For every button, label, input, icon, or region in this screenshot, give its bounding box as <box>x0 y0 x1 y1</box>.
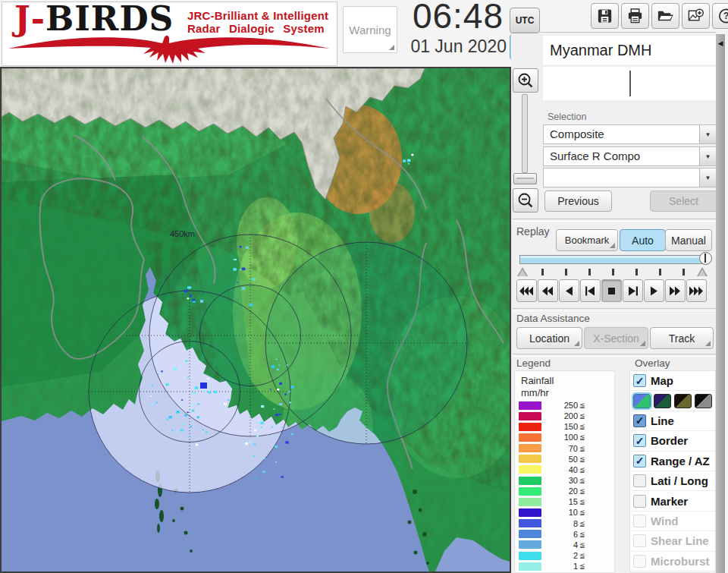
overlay-row-marker[interactable]: Marker <box>630 491 715 511</box>
legend-color-swatch <box>519 519 541 527</box>
skip-forward-icon <box>688 286 705 296</box>
legend-entry: 20≦ <box>516 486 612 496</box>
zoom-slider-handle[interactable] <box>513 173 537 184</box>
marker-label: Marker <box>651 495 688 508</box>
timezone-utc-button[interactable]: UTC <box>510 8 540 33</box>
wind-checkbox[interactable] <box>633 515 646 527</box>
bookmark-button[interactable]: Bookmark <box>556 229 618 251</box>
legend-lte-symbol: ≦ <box>579 520 585 527</box>
fast-rewind-button[interactable] <box>516 279 537 302</box>
button-label: Track <box>669 332 695 345</box>
open-folder-button[interactable] <box>651 3 679 29</box>
radar-map[interactable]: 450km <box>0 67 511 573</box>
overlay-row-map[interactable]: ✓Map <box>630 371 715 391</box>
map-style-swatch-2[interactable] <box>654 394 671 408</box>
legend-value: 40 <box>541 465 578 474</box>
line-checkbox[interactable]: ✓ <box>633 414 646 427</box>
legend-color-swatch <box>519 530 541 538</box>
jbirds-app: J-BIRDS JRC-Brilliant & Intelligent Rada… <box>0 0 728 573</box>
range-start-marker[interactable] <box>517 267 528 276</box>
zoom-slider-track[interactable] <box>522 94 528 173</box>
legend-value: 250 <box>541 401 578 410</box>
selection-dropdown-1[interactable]: Composite▼ <box>543 124 717 144</box>
play-button[interactable] <box>644 279 664 302</box>
previous-button[interactable]: Previous <box>544 190 612 212</box>
station-input[interactable] <box>543 67 717 100</box>
chevron-down-icon[interactable]: ▼ <box>699 168 716 187</box>
step-forward-button[interactable] <box>623 279 643 302</box>
step-back-icon <box>582 286 599 296</box>
overlay-row-range-az[interactable]: ✓Range / AZ <box>630 452 715 471</box>
lati-long-checkbox[interactable] <box>633 474 646 487</box>
zoom-out-button[interactable] <box>513 188 538 213</box>
legend-unit: mm/hr <box>521 387 549 398</box>
svg-text:?: ? <box>723 11 728 21</box>
legend-color-swatch <box>519 444 541 452</box>
rewind-button[interactable] <box>538 279 558 302</box>
replay-slider-handle[interactable] <box>699 252 712 265</box>
overlay-row-lati-long[interactable]: Lati / Long <box>630 471 715 491</box>
border-checkbox[interactable]: ✓ <box>633 434 646 447</box>
replay-tick <box>541 269 544 275</box>
wind-label: Wind <box>651 515 679 527</box>
capture-add-button[interactable] <box>682 3 710 29</box>
legend-label: Legend <box>516 357 551 369</box>
overlay-row-wind[interactable]: Wind <box>630 512 715 531</box>
legend-entry: 15≦ <box>516 496 612 507</box>
print-icon <box>626 7 644 25</box>
chevron-down-icon[interactable]: ▼ <box>699 125 716 143</box>
map-style-swatch-1[interactable] <box>633 394 651 408</box>
fast-forward-button[interactable] <box>665 279 686 302</box>
collapse-panel-icon[interactable]: ◀ <box>717 39 724 47</box>
map-style-swatch-3[interactable] <box>674 394 692 408</box>
location-button[interactable]: Location <box>516 327 582 349</box>
selection-dropdown-3[interactable]: ▼ <box>543 168 717 187</box>
overlay-row-microburst[interactable]: Microburst <box>630 552 715 571</box>
stop-button[interactable] <box>601 279 622 302</box>
open-folder-icon <box>657 7 674 25</box>
divider <box>513 219 716 222</box>
print-button[interactable] <box>621 3 649 29</box>
legend-color-swatch <box>519 508 541 517</box>
zoom-in-button[interactable] <box>513 68 538 93</box>
overlay-row-border[interactable]: ✓Border <box>630 431 715 451</box>
overlay-row-shear-line[interactable]: Shear Line <box>630 531 715 551</box>
button-label: Location <box>529 332 570 345</box>
auto-button[interactable]: Auto <box>620 229 666 251</box>
play-reverse-button[interactable] <box>559 279 579 302</box>
fast-forward-icon <box>667 286 684 296</box>
x-section-button[interactable]: X-Section <box>584 327 648 349</box>
legend-color-swatch <box>519 433 541 442</box>
logo-subtitle-line1: JRC-Brilliant & Intelligent <box>187 9 328 22</box>
play-icon <box>645 286 663 296</box>
chevron-down-icon[interactable]: ▼ <box>699 147 716 165</box>
skip-forward-button[interactable] <box>686 279 707 302</box>
replay-label: Replay <box>516 225 550 238</box>
legend-color-swatch <box>519 487 541 496</box>
map-style-swatch-4[interactable] <box>695 394 712 408</box>
toolbar: ? <box>591 3 728 29</box>
overlay-row-line[interactable]: ✓Line <box>630 411 715 431</box>
microburst-checkbox[interactable] <box>633 555 646 568</box>
help-button[interactable]: ? <box>712 3 728 29</box>
step-back-button[interactable] <box>580 279 601 302</box>
logo-birds: BIRDS <box>46 0 174 38</box>
track-button[interactable]: Track <box>650 327 714 349</box>
panel-scrollbar[interactable] <box>716 34 725 573</box>
capture-add-icon <box>687 7 704 25</box>
manual-button[interactable]: Manual <box>665 229 712 251</box>
range-end-marker[interactable] <box>697 267 708 276</box>
shear-line-checkbox[interactable] <box>633 534 646 547</box>
select-button[interactable]: Select <box>650 190 717 212</box>
map-checkbox[interactable]: ✓ <box>633 374 646 387</box>
legend-entry: 4≦ <box>516 540 612 550</box>
legend-entry: 50≦ <box>516 454 612 464</box>
replay-slider-track[interactable] <box>519 255 708 264</box>
selection-dropdown-2[interactable]: Surface R Compo▼ <box>543 146 717 166</box>
range-az-checkbox[interactable]: ✓ <box>633 455 646 468</box>
legend-lte-symbol: ≦ <box>579 445 585 452</box>
save-button[interactable] <box>591 3 619 29</box>
marker-checkbox[interactable] <box>633 495 646 508</box>
legend-lte-symbol: ≦ <box>579 562 585 570</box>
legend-lte-symbol: ≦ <box>579 455 585 463</box>
